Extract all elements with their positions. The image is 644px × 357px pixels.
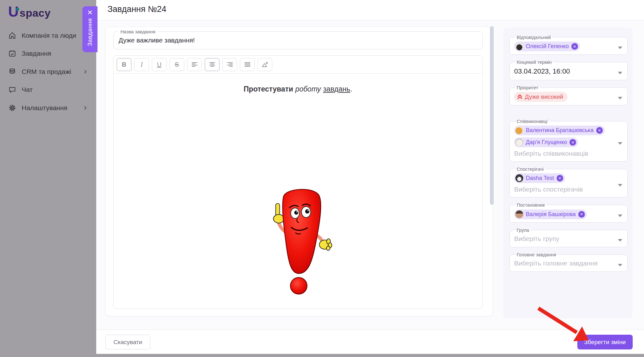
dropdown-caret-icon [618,142,622,145]
priority-high-icon [517,94,522,99]
author-chip[interactable]: Валерія Башкірова ✕ [514,209,587,219]
details-panel: Відповідальний Олексій Гепенко ✕ Кінцеви… [503,28,633,318]
underlined-text: завдань [323,85,350,93]
group-placeholder: Виберіть групу [514,235,559,243]
task-name-field[interactable]: Назва завдання [113,29,483,49]
underline-button[interactable]: U [152,58,167,71]
align-left-button[interactable] [187,58,202,71]
align-right-icon [227,62,233,67]
author-label: Постановник [515,202,547,208]
main-task-label: Головне завдання [515,252,558,257]
modal-body: Назва завдання B I U S [96,20,644,330]
close-icon[interactable]: ✕ [87,9,93,16]
rich-text-editor: B I U S [113,55,483,309]
avatar [515,210,523,218]
coworker-chip[interactable]: Валентина Браташевська ✕ [514,126,605,135]
avatar [515,126,523,134]
task-side-tab[interactable]: ✕ Завдання [82,6,97,52]
editor-content-area[interactable]: Протестуватироботузавдань. [114,74,482,309]
observers-label: Спостерігачі [515,166,546,172]
deadline-field[interactable]: Кінцевий термін 03.04.2023, 16:00 [509,59,628,80]
strikethrough-button[interactable]: S [169,58,184,71]
remove-chip-button[interactable]: ✕ [578,211,585,218]
responsible-field[interactable]: Відповідальний Олексій Гепенко ✕ [509,35,628,55]
dropdown-caret-icon [618,239,622,242]
italic-text: роботу [295,85,321,93]
observer-chip[interactable]: Dasha Test ✕ [514,173,565,183]
justify-button[interactable] [240,58,255,71]
dropdown-caret-icon [618,215,622,217]
chip-name: Дуже високий [525,93,563,100]
coworkers-field[interactable]: Співвиконавці Валентина Браташевська ✕ Д… [509,119,628,162]
remove-chip-button[interactable]: ✕ [596,127,603,134]
bold-button[interactable]: B [117,58,131,71]
chip-name: Валерія Башкірова [526,211,576,218]
priority-label: Пріоритет [515,85,540,90]
main-task-placeholder: Виберіть головне завдання [514,259,598,268]
cancel-button[interactable]: Скасувати [105,335,150,349]
chip-name: Дар'я Глущенко [526,139,567,146]
save-button[interactable]: Зберегти зміни [577,335,633,349]
align-center-button[interactable] [205,58,219,71]
dropdown-caret-icon [618,72,622,74]
deadline-value: 03.04.2023, 16:00 [514,67,570,77]
dropdown-caret-icon [618,264,622,266]
dropdown-caret-icon [618,47,622,49]
observers-placeholder: Виберіть спостерігачів [514,185,583,194]
align-center-icon [209,62,215,67]
responsible-chip[interactable]: Олексій Гепенко ✕ [514,42,580,51]
coworkers-label: Співвиконавці [515,119,549,124]
insert-image-button[interactable] [258,58,272,71]
remove-chip-button[interactable]: ✕ [557,175,563,181]
image-icon [262,62,269,67]
responsible-label: Відповідальний [515,35,553,40]
modal-footer: Скасувати Зберегти зміни [96,330,644,354]
avatar [515,138,523,146]
page-title: Завдання №24 [108,4,166,14]
task-card: Назва завдання B I U S [105,27,493,316]
text-tail: . [350,85,352,93]
align-left-icon [192,62,198,67]
task-name-input[interactable] [118,35,464,46]
coworker-chip[interactable]: Дар'я Глущенко ✕ [514,137,578,147]
bold-text: Протестувати [244,85,293,93]
editor-toolbar: B I U S [114,56,482,74]
remove-chip-button[interactable]: ✕ [569,139,576,146]
chip-name: Валентина Браташевська [526,127,594,134]
deadline-label: Кінцевий термін [515,59,553,65]
chip-name: Олексій Гепенко [526,43,569,50]
exclamation-cartoon-image[interactable] [261,184,336,295]
chip-name: Dasha Test [526,175,554,181]
main-task-field[interactable]: Головне завдання Виберіть головне завдан… [509,252,628,272]
group-label: Група [515,227,531,233]
priority-field[interactable]: Пріоритет Дуже високий [509,85,628,105]
align-right-button[interactable] [222,58,237,71]
avatar [515,42,523,50]
dropdown-caret-icon [618,97,622,99]
observers-field[interactable]: Спостерігачі Dasha Test ✕ Виберіть спост… [509,166,628,198]
justify-icon [244,62,251,67]
side-tab-label: Завдання [86,18,93,46]
task-name-label: Назва завдання [119,29,157,34]
dropdown-caret-icon [618,184,622,187]
italic-button[interactable]: I [134,58,149,71]
remove-chip-button[interactable]: ✕ [571,43,578,50]
group-field[interactable]: Група Виберіть групу [509,227,628,247]
priority-chip: Дуже високий [514,92,568,102]
coworkers-placeholder: Виберіть співвиконавців [514,149,588,158]
vertical-scrollbar[interactable] [490,26,494,205]
task-modal: Завдання №24 Назва завдання B I U S [96,0,644,354]
avatar [515,174,523,182]
author-field[interactable]: Постановник Валерія Башкірова ✕ [509,202,628,222]
